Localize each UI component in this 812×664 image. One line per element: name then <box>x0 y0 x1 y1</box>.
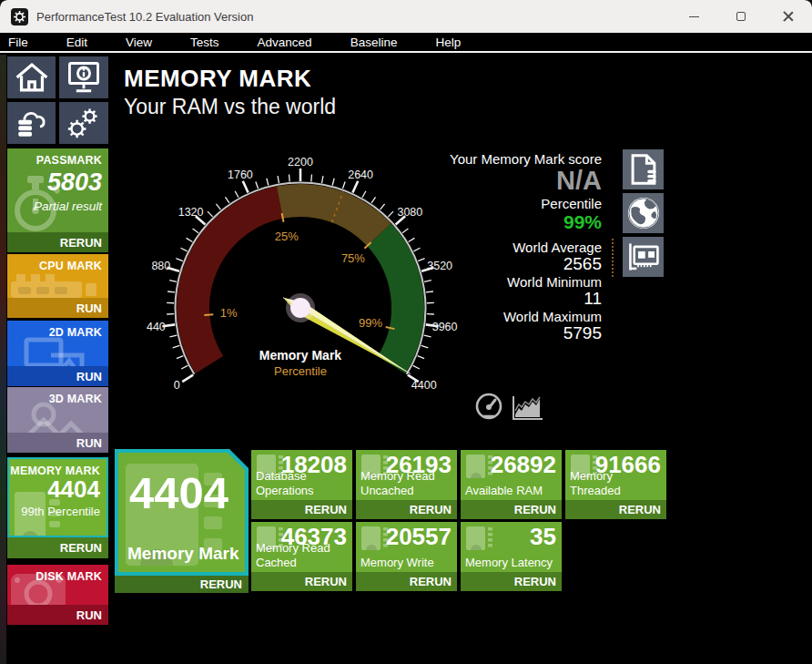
sidebar-tile-2d-mark[interactable]: 2D MARK RUN <box>7 321 108 386</box>
sidebar-tile-passmark[interactable]: PASSMARK 5803 Partial result RERUN <box>7 148 108 252</box>
history-chart-view-icon <box>510 394 544 422</box>
preferences-button[interactable] <box>59 102 108 144</box>
score-panel-icons <box>623 149 664 277</box>
svg-text:75%: 75% <box>341 251 365 265</box>
result-tile-database-operations[interactable]: 18208 Database Operations RERUN <box>251 450 352 519</box>
result-value: 20557 <box>386 523 452 551</box>
quick-actions <box>7 56 108 144</box>
tile-label: DISK MARK <box>36 570 102 583</box>
sidebar-tile-cpu-mark[interactable]: CPU MARK RUN <box>7 254 108 318</box>
tile-value: 4404 <box>47 475 100 504</box>
hardware-info-icon <box>627 241 660 272</box>
svg-text:1%: 1% <box>220 306 238 320</box>
tile-subtext: Partial result <box>34 199 102 213</box>
graphics-3d-icon <box>20 402 93 433</box>
hardware-info-button[interactable] <box>623 237 664 277</box>
tile-label: PASSMARK <box>36 154 102 167</box>
result-tile-memory-read-cached[interactable]: 46373 Memory Read Cached RERUN <box>251 522 352 591</box>
result-tile-available-ram[interactable]: 26892 Available RAM RERUN <box>461 450 562 519</box>
percentile-value: 99% <box>563 211 602 233</box>
page-title: MEMORY MARK <box>124 65 311 93</box>
result-tile-memory-mark[interactable]: 4404 Memory Mark <box>115 449 249 576</box>
svg-text:Percentile: Percentile <box>274 364 327 378</box>
score-value: N/A <box>556 166 602 196</box>
settings-gears-icon <box>66 107 102 139</box>
world-stats: World Average 2565 World Minimum 11 Worl… <box>503 240 602 343</box>
menu-tests[interactable]: Tests <box>171 33 239 51</box>
world-results-button[interactable] <box>623 193 664 233</box>
rerun-button[interactable]: RERUN <box>565 500 666 519</box>
minimize-button[interactable] <box>670 0 717 33</box>
result-label: Available RAM <box>465 484 558 498</box>
menu-edit[interactable]: Edit <box>47 33 107 51</box>
rerun-button[interactable]: RERUN <box>251 500 352 519</box>
manage-baselines-button[interactable] <box>7 102 56 144</box>
window-title: PerformanceTest 10.2 Evaluation Version <box>36 10 253 24</box>
rerun-button[interactable]: RERUN <box>251 572 352 591</box>
world-average-value: 2565 <box>503 255 602 273</box>
graphics-2d-icon <box>24 337 87 366</box>
close-button[interactable] <box>765 0 812 33</box>
rerun-button[interactable]: RERUN <box>356 572 457 591</box>
rerun-button[interactable]: RERUN <box>115 576 249 593</box>
score-label: Your Memory Mark score <box>450 151 602 167</box>
home-button[interactable] <box>7 56 56 98</box>
svg-text:1320: 1320 <box>178 206 204 219</box>
rerun-button[interactable]: RERUN <box>461 572 562 591</box>
desktop-edge <box>0 55 6 664</box>
svg-text:880: 880 <box>151 260 170 272</box>
history-chart-view-button[interactable] <box>510 394 544 422</box>
result-tile-memory-read-uncached[interactable]: 26193 Memory Read Uncached RERUN <box>356 450 457 519</box>
performancetest-window: PerformanceTest 10.2 Evaluation Version … <box>0 0 812 664</box>
result-value: 35 <box>530 523 556 551</box>
tile-label: CPU MARK <box>39 260 102 272</box>
result-tile-memory-threaded[interactable]: 91666 Memory Threaded RERUN <box>565 450 666 519</box>
run-button[interactable]: RUN <box>7 433 108 453</box>
percentile-label: Percentile <box>541 196 602 211</box>
world-results-icon <box>626 196 661 230</box>
sidebar-tile-disk-mark[interactable]: DISK MARK RUN <box>7 565 108 625</box>
cloud-database-icon <box>14 107 50 139</box>
gauge-view-button[interactable] <box>473 392 504 423</box>
title-bar: PerformanceTest 10.2 Evaluation Version <box>0 0 812 33</box>
menu-file[interactable]: File <box>0 33 47 51</box>
menu-baseline[interactable]: Baseline <box>331 33 417 51</box>
world-minimum-label: World Minimum <box>503 274 602 290</box>
rerun-button[interactable]: RERUN <box>356 500 457 519</box>
svg-text:3960: 3960 <box>432 321 458 333</box>
rerun-button[interactable]: RERUN <box>461 500 562 519</box>
result-label: Memory Latency <box>465 556 558 570</box>
system-info-button[interactable] <box>59 56 108 98</box>
svg-text:2200: 2200 <box>288 156 313 169</box>
rerun-button[interactable]: RERUN <box>7 232 108 252</box>
sidebar-tile-memory-mark[interactable]: MEMORY MARK 4404 99th Percentile RERUN <box>7 457 108 558</box>
memory-mark-percentile-gauge: 0440880132017602200264030803520396044001… <box>133 149 468 401</box>
tile-label: 2D MARK <box>49 326 102 339</box>
run-button[interactable]: RUN <box>7 298 108 318</box>
app-logo-icon <box>11 8 28 26</box>
svg-text:3520: 3520 <box>427 260 452 272</box>
sidebar-tile-3d-mark[interactable]: 3D MARK RUN <box>7 387 108 453</box>
run-button[interactable]: RUN <box>7 605 108 625</box>
cpu-icon <box>7 272 98 298</box>
world-maximum-value: 5795 <box>503 324 602 342</box>
rerun-button[interactable]: RERUN <box>7 537 108 558</box>
svg-text:2640: 2640 <box>348 169 373 181</box>
svg-text:440: 440 <box>147 321 166 333</box>
world-minimum-value: 11 <box>503 290 602 308</box>
baseline-report-button[interactable] <box>623 149 664 189</box>
baseline-report-icon <box>628 153 659 186</box>
run-button[interactable]: RUN <box>7 366 108 386</box>
menu-advanced[interactable]: Advanced <box>239 33 331 51</box>
result-label: Memory Mark <box>127 544 239 564</box>
maximize-button[interactable] <box>717 0 765 33</box>
world-maximum-label: World Maximum <box>503 309 602 324</box>
tile-label: 3D MARK <box>49 393 102 405</box>
result-tile-memory-latency[interactable]: 35 Memory Latency RERUN <box>461 522 562 591</box>
world-average-label: World Average <box>503 240 602 255</box>
menu-help[interactable]: Help <box>416 33 480 51</box>
menu-bar: File Edit View Tests Advanced Baseline H… <box>0 33 812 53</box>
menu-view[interactable]: View <box>107 33 171 51</box>
result-tile-memory-write[interactable]: 20557 Memory Write RERUN <box>356 522 457 591</box>
result-label: Memory Write <box>360 556 453 570</box>
